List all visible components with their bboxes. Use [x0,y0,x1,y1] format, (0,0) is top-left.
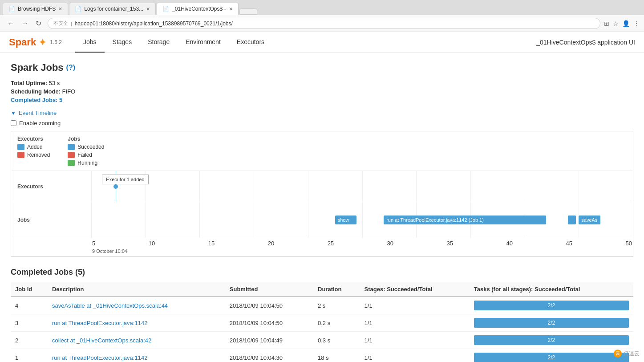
axis-tick-35: 35 [447,240,453,247]
forward-button[interactable]: → [19,18,31,28]
executors-legend: Executors Added Removed [17,136,50,166]
completed-jobs-title: Completed Jobs (5) [11,268,633,277]
succeeded-legend-box [68,144,75,150]
scheduling-mode-value: FIFO [62,88,76,95]
jobs-table-header: Job Id Description Submitted Duration St… [11,282,633,297]
col-tasks: Tasks (for all stages): Succeeded/Total [470,282,633,297]
spark-navigation: Spark ✦ 1.6.2 Jobs Stages Storage Enviro… [0,32,644,53]
job-tasks-3: 2/2 [470,314,633,332]
enable-zooming-checkbox[interactable] [11,120,16,126]
job-duration-1: 18 s [313,349,360,362]
completed-jobs-link[interactable]: Completed Jobs: 5 [11,97,62,103]
tab-icon3: 📄 [162,6,169,12]
scheduling-mode-label: Scheduling Mode: [11,88,61,95]
executors-legend-title: Executors [17,136,50,142]
job-stages-4: 1/1 [360,297,470,314]
event-timeline-toggle[interactable]: ▼ Event Timeline [11,110,633,116]
axis-ticks: 5 10 15 20 25 30 35 40 45 50 [91,240,633,247]
job-id-4: 4 [11,297,48,314]
nav-tab-environment[interactable]: Environment [178,32,229,53]
jobs-timeline-row: Jobs show run at ThreadPoolE [11,202,633,238]
job-id-1: 1 [11,349,48,362]
job-link-3[interactable]: run at ThreadPoolExecutor.java:1142 [52,320,147,326]
job-link-2[interactable]: collect at _01HiveContextOps.scala:42 [52,337,151,344]
job-stages-2: 1/1 [360,332,470,349]
job-bar-run[interactable]: run at ThreadPoolExecutor.java:1142 (Job… [384,216,546,224]
tab-close[interactable]: ✕ [58,6,62,12]
task-bar-3: 2/2 [474,318,629,328]
job-bar-show[interactable]: show [335,216,357,224]
axis-date: 9 October 10:04 [11,248,633,256]
axis-tick-40: 40 [506,240,513,247]
security-indicator: 不安全 [53,20,68,27]
added-legend-item: Added [17,144,50,150]
job-link-4[interactable]: saveAsTable at _01HiveContextOps.scala:4… [52,302,168,309]
axis-tick-50: 50 [625,240,632,247]
spark-logo: Spark ✦ 1.6.2 [9,32,62,53]
job-tasks-2: 2/2 [470,332,633,349]
menu-icon[interactable]: ⋮ [633,20,640,27]
job-desc-2: collect at _01HiveContextOps.scala:42 [48,332,225,349]
table-row: 2 collect at _01HiveContextOps.scala:42 … [11,332,633,349]
running-legend-item: Running [68,160,104,166]
main-content: Spark Jobs (?) Total Uptime: 53 s Schedu… [0,53,644,362]
address-bar-icons: ⊞ ☆ 👤 ⋮ [604,20,640,27]
watermark: 云 亿速云 [614,350,640,358]
nav-tab-storage[interactable]: Storage [140,32,178,53]
event-timeline-label[interactable]: Event Timeline [19,110,57,116]
executor-dot [113,184,118,189]
axis-tick-45: 45 [566,240,572,247]
reload-button[interactable]: ↻ [33,18,44,28]
tab-browsing-hdfs[interactable]: 📄 Browsing HDFS ✕ [3,3,68,15]
tab-close2[interactable]: ✕ [146,6,150,12]
nav-tab-stages[interactable]: Stages [105,32,140,53]
executor-added-tooltip: Executor 1 added [102,175,148,184]
browser-chrome: 📄 Browsing HDFS ✕ 📄 Logs for container_1… [0,0,644,32]
job-submitted-1: 2018/10/09 10:04:30 [225,349,313,362]
job-desc-3: run at ThreadPoolExecutor.java:1142 [48,314,225,332]
tab-hivecontext[interactable]: 📄 _01HiveContextOps$ - ✕ [157,3,238,15]
jobs-legend-title: Jobs [68,136,104,142]
tab-icon2: 📄 [75,6,81,12]
bookmark-icon[interactable]: ☆ [613,20,619,27]
tab-close3[interactable]: ✕ [229,6,233,12]
job-bar-small[interactable] [568,216,576,224]
nav-tab-jobs[interactable]: Jobs [75,32,105,53]
job-link-1[interactable]: run at ThreadPoolExecutor.java:1142 [52,354,147,361]
translate-icon[interactable]: ⊞ [604,20,609,27]
succeeded-legend-label: Succeeded [77,144,104,150]
url-bar[interactable]: 不安全 | hadoop01:18080/history/application… [48,18,600,29]
tab-label3: _01HiveContextOps$ - [172,6,226,12]
job-tasks-4: 2/2 [470,297,633,314]
task-bar-2: 2/2 [474,335,629,345]
timeline-legend: Executors Added Removed Jobs [11,131,633,171]
tab-logs[interactable]: 📄 Logs for container_153... ✕ [69,3,156,15]
watermark-text: 亿速云 [624,350,640,358]
total-uptime-label: Total Uptime: [11,80,47,86]
executors-track: Executor 1 added [91,171,633,202]
app-title: _01HiveContextOps$ application UI [536,39,635,46]
job-id-2: 2 [11,332,48,349]
scheduling-mode-row: Scheduling Mode: FIFO [11,88,633,95]
address-bar: ← → ↻ 不安全 | hadoop01:18080/history/appli… [0,15,644,32]
jobs-track: show run at ThreadPoolExecutor.java:1142… [91,202,633,238]
failed-legend-label: Failed [77,152,92,158]
table-row: 1 run at ThreadPoolExecutor.java:1142 20… [11,349,633,362]
timeline-chart-area: Executors Executor 1 added [11,171,633,256]
tab-bar: 📄 Browsing HDFS ✕ 📄 Logs for container_1… [0,0,644,15]
back-button[interactable]: ← [4,18,17,28]
new-tab-button[interactable] [239,8,257,15]
nav-tab-executors[interactable]: Executors [229,32,272,53]
help-link[interactable]: (?) [66,64,75,72]
jobs-row-label: Jobs [11,202,91,238]
timeline-axis: 5 10 15 20 25 30 35 40 45 50 [11,238,633,248]
spark-version: 1.6.2 [50,39,62,45]
job-duration-3: 0.2 s [313,314,360,332]
job-submitted-4: 2018/10/09 10:04:50 [225,297,313,314]
axis-tick-10: 10 [149,240,155,247]
job-bar-saveas[interactable]: saveAs [579,216,600,224]
tab-icon: 📄 [8,6,15,12]
job-desc-1: run at ThreadPoolExecutor.java:1142 [48,349,225,362]
task-bar-4: 2/2 [474,301,629,310]
profile-icon[interactable]: 👤 [622,20,630,27]
